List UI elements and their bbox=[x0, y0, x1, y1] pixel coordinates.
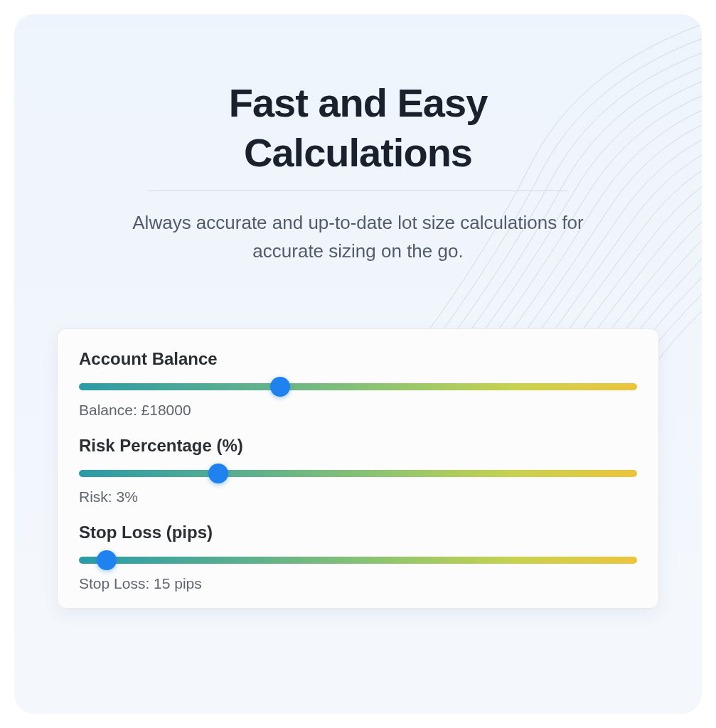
account-balance-group: Account Balance Balance: £18000 bbox=[79, 349, 637, 419]
account-balance-slider[interactable] bbox=[79, 383, 637, 390]
title-line-1: Fast and Easy bbox=[229, 80, 488, 125]
stop-loss-value: Stop Loss: 15 pips bbox=[79, 575, 637, 592]
account-balance-thumb[interactable] bbox=[270, 377, 290, 397]
risk-percentage-value: Risk: 3% bbox=[79, 488, 637, 505]
title-divider bbox=[149, 191, 568, 191]
risk-percentage-thumb[interactable] bbox=[208, 464, 228, 483]
account-balance-label: Account Balance bbox=[79, 349, 637, 369]
stop-loss-slider[interactable] bbox=[79, 557, 637, 564]
stop-loss-group: Stop Loss (pips) Stop Loss: 15 pips bbox=[79, 523, 637, 592]
stop-loss-thumb[interactable] bbox=[97, 550, 117, 570]
title-line-2: Calculations bbox=[244, 130, 472, 175]
page-subtitle: Always accurate and up-to-date lot size … bbox=[117, 208, 600, 266]
calculator-panel: Account Balance Balance: £18000 Risk Per… bbox=[57, 328, 659, 609]
stop-loss-label: Stop Loss (pips) bbox=[79, 523, 637, 542]
risk-percentage-slider[interactable] bbox=[79, 470, 637, 477]
account-balance-value: Balance: £18000 bbox=[79, 402, 637, 419]
risk-percentage-group: Risk Percentage (%) Risk: 3% bbox=[79, 436, 637, 505]
page-title: Fast and Easy Calculations bbox=[57, 78, 659, 178]
risk-percentage-label: Risk Percentage (%) bbox=[79, 436, 637, 456]
feature-card: Fast and Easy Calculations Always accura… bbox=[14, 14, 702, 714]
